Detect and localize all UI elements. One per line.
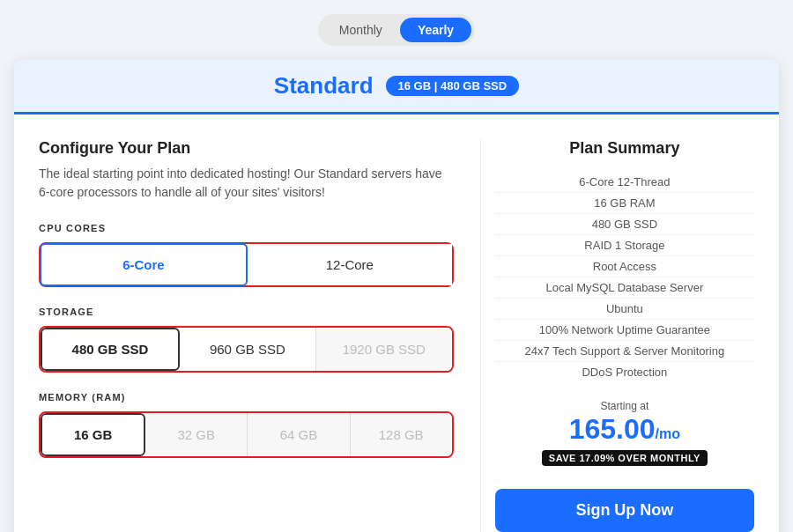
- cpu-option-6core[interactable]: 6-Core: [40, 243, 248, 286]
- storage-option-1920: 1920 GB SSD: [316, 328, 452, 371]
- cpu-label: CPU CORES: [39, 223, 454, 233]
- ram-options-group: 16 GB 32 GB 64 GB 128 GB: [39, 411, 454, 458]
- storage-section: STORAGE 480 GB SSD 960 GB SSD 1920 GB SS…: [39, 307, 454, 373]
- summary-item: DDoS Protection: [495, 362, 754, 382]
- summary-item: Root Access: [495, 256, 754, 277]
- per-mo-label: /mo: [656, 426, 680, 441]
- storage-option-960[interactable]: 960 GB SSD: [180, 328, 316, 371]
- storage-options-group: 480 GB SSD 960 GB SSD 1920 GB SSD: [39, 326, 454, 373]
- price-display: 165.00/mo: [542, 414, 708, 445]
- billing-toggle: Monthly Yearly: [318, 14, 475, 46]
- storage-option-480[interactable]: 480 GB SSD: [41, 328, 180, 371]
- summary-panel: Plan Summary 6-Core 12-Thread 16 GB RAM …: [480, 139, 754, 532]
- summary-list: 6-Core 12-Thread 16 GB RAM 480 GB SSD RA…: [495, 172, 754, 382]
- monthly-toggle[interactable]: Monthly: [322, 18, 400, 42]
- ram-section: MEMORY (RAM) 16 GB 32 GB 64 GB 128 GB: [39, 392, 454, 458]
- ram-option-64gb: 64 GB: [248, 413, 350, 456]
- plan-badge: 16 GB | 480 GB SSD: [386, 76, 520, 96]
- main-card: Standard 16 GB | 480 GB SSD Configure Yo…: [14, 60, 779, 532]
- signup-button[interactable]: Sign Up Now: [495, 489, 754, 532]
- summary-item: Local MySQL Database Server: [495, 277, 754, 299]
- summary-item: Ubuntu: [495, 299, 754, 320]
- storage-label: STORAGE: [39, 307, 454, 317]
- price-section: Starting at 165.00/mo SAVE 17.09% OVER M…: [542, 400, 708, 480]
- price-amount: 165.00: [569, 413, 656, 445]
- ram-option-128gb: 128 GB: [351, 413, 452, 456]
- summary-item: 480 GB SSD: [495, 214, 754, 235]
- card-body: Configure Your Plan The ideal starting p…: [14, 115, 779, 532]
- summary-item: 6-Core 12-Thread: [495, 172, 754, 193]
- summary-item: 16 GB RAM: [495, 193, 754, 214]
- config-title: Configure Your Plan: [39, 139, 454, 158]
- ram-option-16gb[interactable]: 16 GB: [41, 413, 145, 456]
- card-header: Standard 16 GB | 480 GB SSD: [14, 60, 779, 115]
- ram-label: MEMORY (RAM): [39, 392, 454, 403]
- summary-item: 24x7 Tech Support & Server Monitoring: [495, 341, 754, 362]
- starting-at-label: Starting at: [542, 400, 708, 412]
- config-description: The ideal starting point into dedicated …: [39, 165, 454, 202]
- save-badge: SAVE 17.09% OVER MONTHLY: [542, 450, 708, 466]
- plan-name: Standard: [274, 72, 374, 100]
- ram-option-32gb: 32 GB: [145, 413, 248, 456]
- yearly-toggle[interactable]: Yearly: [400, 18, 471, 42]
- summary-item: RAID 1 Storage: [495, 235, 754, 256]
- config-panel: Configure Your Plan The ideal starting p…: [39, 139, 454, 532]
- summary-item: 100% Network Uptime Guarantee: [495, 320, 754, 341]
- summary-title: Plan Summary: [569, 139, 679, 158]
- cpu-option-12core[interactable]: 12-Core: [247, 244, 452, 285]
- cpu-options-group: 6-Core 12-Core: [39, 242, 454, 287]
- cpu-section: CPU CORES 6-Core 12-Core: [39, 223, 454, 287]
